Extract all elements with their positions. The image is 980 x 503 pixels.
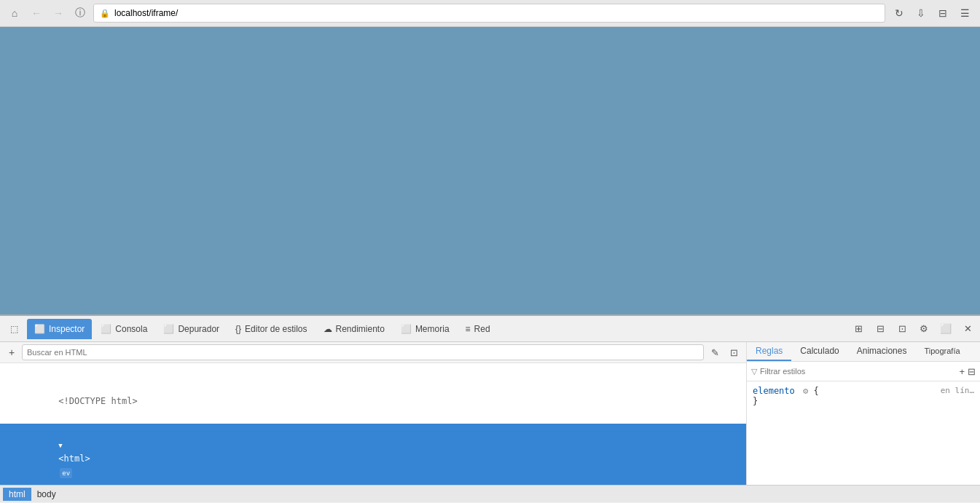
breadcrumb-html[interactable]: html bbox=[3, 488, 31, 501]
breadcrumb-body[interactable]: body bbox=[31, 488, 62, 501]
doctype-text: <!DOCTYPE html> bbox=[58, 396, 137, 406]
html-open-tag: <html> bbox=[58, 454, 90, 464]
dock-button[interactable]: ⬜ bbox=[936, 320, 955, 338]
pick-element-button[interactable]: ✎ bbox=[707, 344, 723, 360]
css-rules-content: elemento ⚙ { en lín… } bbox=[747, 381, 980, 485]
html-tree: <!DOCTYPE html> <html> ev <head>…</head>… bbox=[0, 363, 746, 485]
tab-console[interactable]: ⬜ Consola bbox=[93, 319, 154, 339]
address-bar: 🔒 bbox=[93, 4, 885, 23]
tab-inspector[interactable]: ⬜ Inspector bbox=[27, 319, 92, 339]
style-editor-tab-icon: {} bbox=[235, 324, 241, 334]
split-horizontal-button[interactable]: ⊞ bbox=[849, 320, 868, 338]
doctype-expand bbox=[58, 381, 67, 395]
settings-button[interactable]: ⚙ bbox=[914, 320, 933, 338]
filter-icon: ▽ bbox=[751, 367, 757, 376]
html-expand-arrow[interactable] bbox=[58, 438, 67, 452]
console-tab-icon: ⬜ bbox=[101, 324, 111, 334]
css-add-rule-button[interactable]: + bbox=[959, 366, 965, 377]
toolbar-right: ↻ ⇩ ⊟ ☰ bbox=[890, 4, 974, 23]
devtools-tabs-bar: ⬚ ⬜ Inspector ⬜ Consola ⬜ Depurador {} E… bbox=[0, 316, 980, 342]
back-button[interactable]: ← bbox=[28, 4, 45, 22]
css-brace-close: } bbox=[753, 396, 758, 406]
html-toolbar: + ✎ ⊡ bbox=[0, 342, 746, 363]
css-tab-computed[interactable]: Calculado bbox=[791, 342, 847, 361]
css-selector-elemento: elemento bbox=[753, 386, 795, 396]
performance-tab-icon: ☁ bbox=[324, 324, 332, 334]
css-tab-rules[interactable]: Reglas bbox=[747, 342, 791, 361]
close-devtools-button[interactable]: ✕ bbox=[958, 320, 977, 338]
style-editor-tab-label: Editor de estilos bbox=[245, 324, 307, 334]
inspector-tab-label: Inspector bbox=[49, 324, 85, 334]
doctype-line: <!DOCTYPE html> bbox=[0, 366, 746, 424]
css-panel: Reglas Calculado Animaciones Tipografía … bbox=[747, 342, 980, 485]
css-rule-elemento: elemento ⚙ { en lín… } bbox=[753, 386, 974, 406]
debugger-tab-label: Depurador bbox=[178, 324, 219, 334]
debugger-tab-icon: ⬜ bbox=[163, 324, 174, 334]
css-filter-bar: ▽ + ⊟ bbox=[747, 362, 980, 381]
home-button[interactable]: ⌂ bbox=[6, 4, 23, 22]
download-button[interactable]: ⇩ bbox=[912, 4, 930, 23]
info-button[interactable]: ⓘ bbox=[71, 4, 89, 22]
performance-tab-label: Rendimiento bbox=[336, 324, 385, 334]
devtools-body: + ✎ ⊡ <!DOCTYPE html> <html> ev bbox=[0, 342, 980, 485]
css-brace-open: { bbox=[814, 386, 819, 396]
memory-tab-icon: ⬜ bbox=[401, 324, 412, 334]
add-element-button[interactable]: + bbox=[4, 345, 19, 360]
network-tab-icon: ≡ bbox=[466, 324, 471, 334]
tab-memory[interactable]: ⬜ Memoria bbox=[393, 319, 457, 339]
browser-chrome: ⌂ ← → ⓘ 🔒 ↻ ⇩ ⊟ ☰ bbox=[0, 0, 980, 27]
devtools-panel: ⬚ ⬜ Inspector ⬜ Consola ⬜ Depurador {} E… bbox=[0, 314, 980, 502]
reload-button[interactable]: ↻ bbox=[890, 4, 909, 23]
html-ev-badge: ev bbox=[60, 468, 72, 478]
memory-tab-label: Memoria bbox=[415, 324, 450, 334]
network-tab-label: Red bbox=[474, 324, 490, 334]
breadcrumb-bar: html body bbox=[0, 485, 980, 502]
tab-network[interactable]: ≡ Red bbox=[458, 319, 498, 339]
forward-button[interactable]: → bbox=[50, 4, 67, 22]
url-input[interactable] bbox=[114, 8, 879, 18]
screenshot-button[interactable]: ⊡ bbox=[726, 344, 742, 360]
menu-button[interactable]: ☰ bbox=[955, 4, 974, 23]
tab-style-editor[interactable]: {} Editor de estilos bbox=[228, 319, 314, 339]
lock-icon: 🔒 bbox=[100, 9, 110, 18]
html-panel: + ✎ ⊡ <!DOCTYPE html> <html> ev bbox=[0, 342, 747, 485]
css-filter-input[interactable] bbox=[760, 364, 956, 379]
console-tab-label: Consola bbox=[115, 324, 147, 334]
css-tabs-bar: Reglas Calculado Animaciones Tipografía bbox=[747, 342, 980, 362]
css-inline-link[interactable]: en lín… bbox=[941, 386, 974, 395]
css-toggle-button[interactable]: ⊟ bbox=[968, 366, 976, 377]
inspector-tab-icon: ⬜ bbox=[34, 324, 45, 334]
html-element-line[interactable]: <html> ev bbox=[0, 424, 746, 485]
css-tab-typography[interactable]: Tipografía bbox=[915, 342, 968, 361]
browser-toolbar: ⌂ ← → ⓘ 🔒 ↻ ⇩ ⊟ ☰ bbox=[0, 0, 980, 26]
page-content bbox=[0, 27, 980, 314]
split-vertical-button[interactable]: ⊟ bbox=[871, 320, 890, 338]
tab-pick[interactable]: ⬚ bbox=[3, 319, 26, 339]
devtools-right-actions: ⊞ ⊟ ⊡ ⚙ ⬜ ✕ bbox=[849, 320, 977, 338]
tab-debugger[interactable]: ⬜ Depurador bbox=[156, 319, 227, 339]
separate-window-button[interactable]: ⊡ bbox=[893, 320, 912, 338]
html-search-input[interactable] bbox=[22, 344, 704, 360]
css-tab-animations[interactable]: Animaciones bbox=[848, 342, 916, 361]
responsive-button[interactable]: ⊟ bbox=[933, 4, 952, 23]
tab-performance[interactable]: ☁ Rendimiento bbox=[316, 319, 392, 339]
css-settings-icon[interactable]: ⚙ bbox=[803, 386, 808, 396]
